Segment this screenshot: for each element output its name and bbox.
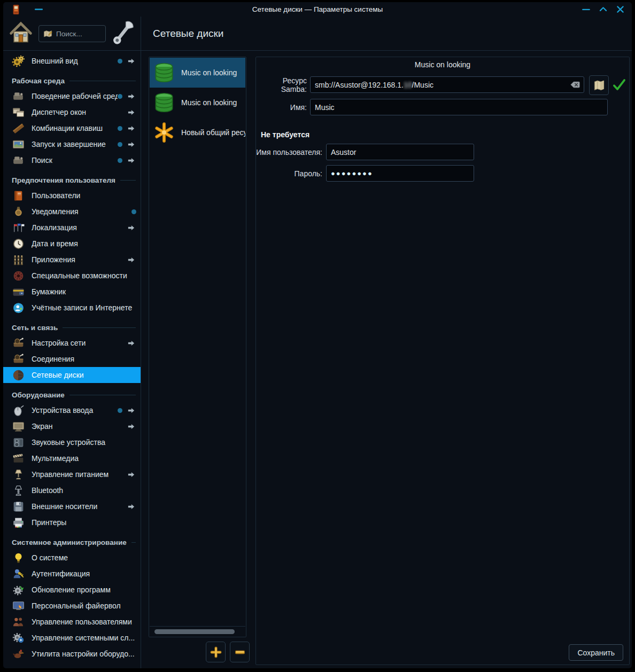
sidebar-item[interactable]: Соединения xyxy=(3,351,141,367)
plank-icon xyxy=(12,122,25,135)
main-area: Сетевые диски Music on lookingMusic on l… xyxy=(141,17,632,668)
toolbar: Поиск... xyxy=(3,17,141,51)
unsaved-dot xyxy=(118,158,122,163)
maximize-button[interactable] xyxy=(598,4,608,14)
password-input[interactable]: ●●●●●●●● xyxy=(326,165,474,182)
share-list-item[interactable]: Новый общий ресурс xyxy=(150,118,245,147)
home-button[interactable] xyxy=(8,20,34,46)
sidebar-item-label: Учётные записи в Интернете xyxy=(32,303,141,312)
sidebar-item[interactable]: Сетевые диски xyxy=(3,367,141,383)
configure-button[interactable] xyxy=(108,18,137,49)
picture-icon xyxy=(12,138,25,151)
name-label: Имя: xyxy=(290,103,307,112)
goto-arrow-icon xyxy=(127,423,136,431)
sidebar-item[interactable]: Мультимедиа xyxy=(3,450,141,466)
floppy-icon xyxy=(12,500,25,513)
sidebar-item[interactable]: Специальные возможности xyxy=(3,268,141,284)
machine-icon xyxy=(12,90,25,103)
goto-arrow-icon xyxy=(127,57,136,65)
titlebar: Сетевые диски — Параметры системы xyxy=(3,2,632,17)
name-input[interactable]: Music xyxy=(310,99,608,115)
remove-share-button[interactable] xyxy=(230,642,250,662)
sidebar-item-label: Устройства ввода xyxy=(32,406,118,415)
browse-button[interactable] xyxy=(589,75,609,95)
sidebar-item-label: Экран xyxy=(32,422,127,431)
sidebar-item[interactable]: О системе xyxy=(3,550,141,566)
share-list-item[interactable]: Music on looking xyxy=(150,58,245,88)
wallet-icon xyxy=(12,285,25,299)
firewall-icon xyxy=(12,599,25,613)
sidebar-item[interactable]: Аутентификация xyxy=(3,566,141,582)
monitor-icon xyxy=(12,420,25,433)
sidebar-item-label: Дата и время xyxy=(32,239,141,248)
minus-icon xyxy=(234,646,246,659)
sidebar-item[interactable]: Учётные записи в Интернете xyxy=(3,300,141,316)
unsaved-dot xyxy=(118,142,122,147)
share-list-item[interactable]: Music on looking xyxy=(150,88,245,118)
sidebar-item-label: Настройка сети xyxy=(32,339,127,347)
sidebar-item[interactable]: Устройства ввода xyxy=(3,402,141,418)
sidebar-item[interactable]: Бумажник xyxy=(3,284,141,300)
sidebar-item[interactable]: Запуск и завершение xyxy=(3,136,141,152)
minimize-button[interactable] xyxy=(581,4,591,14)
share-list-panel: Music on lookingMusic on lookingНовый об… xyxy=(149,57,246,637)
sidebar-item[interactable]: Диспетчер окон xyxy=(3,104,141,120)
add-share-button[interactable] xyxy=(206,642,226,662)
close-button[interactable] xyxy=(615,4,625,14)
sidebar-item[interactable]: Утилита настройки оборудо... xyxy=(3,646,141,662)
sidebar-item[interactable]: Комбинации клавиш xyxy=(3,120,141,136)
sidebar-item[interactable]: Обновление программ xyxy=(3,582,141,598)
sidebar-item-label: Утилита настройки оборудо... xyxy=(32,650,141,658)
netmachine-icon xyxy=(12,353,25,366)
bird-icon xyxy=(12,647,25,661)
goto-arrow-icon xyxy=(127,407,136,415)
goto-arrow-icon xyxy=(127,503,136,511)
sidebar-item[interactable]: Принтеры xyxy=(3,514,141,530)
auth-icon xyxy=(12,567,25,581)
sidebar-item[interactable]: Управление системными сл... xyxy=(3,630,141,646)
sidebar-item[interactable]: Поиск xyxy=(3,152,141,168)
sidebar-item-label: Локализация xyxy=(32,223,127,232)
sidebar-item[interactable]: Персональный файервол xyxy=(3,598,141,614)
sidebar-item[interactable]: Дата и время xyxy=(3,236,141,252)
sidebar-item[interactable]: Управление питанием xyxy=(3,466,141,482)
goto-arrow-icon xyxy=(127,92,136,100)
auth-section-title: Не требуется xyxy=(261,130,309,139)
search-input[interactable]: Поиск... xyxy=(38,25,106,42)
sidebar-item[interactable]: Приложения xyxy=(3,252,141,268)
sidebar-item[interactable]: Экран xyxy=(3,418,141,434)
sidebar-item-label: Обновление программ xyxy=(32,585,141,594)
sidebar-item-label: Комбинации клавиш xyxy=(32,124,118,132)
save-button[interactable]: Сохранить xyxy=(569,644,623,661)
horizontal-scrollbar[interactable] xyxy=(153,629,239,635)
scrollbar-thumb[interactable] xyxy=(154,629,235,634)
sidebar-item[interactable]: Уведомления xyxy=(3,204,141,220)
content: Music on lookingMusic on lookingНовый об… xyxy=(141,51,632,668)
unsaved-dot xyxy=(118,94,122,99)
username-input[interactable]: Asustor xyxy=(326,144,474,160)
globe-disk-icon xyxy=(12,369,25,382)
sidebar-item[interactable]: Bluetooth xyxy=(3,482,141,498)
clear-text-icon[interactable] xyxy=(569,79,581,91)
search-placeholder: Поиск... xyxy=(56,30,82,38)
sidebar-item[interactable]: Управление пользователями xyxy=(3,614,141,630)
sidebar-item[interactable]: Внешний вид xyxy=(3,53,141,69)
medal-icon xyxy=(12,205,25,218)
goto-arrow-icon xyxy=(127,224,136,232)
sidebar-item-label: Bluetooth xyxy=(32,486,141,495)
sidebar-section-title: Сеть и связь xyxy=(3,316,141,335)
sidebar-item[interactable]: Локализация xyxy=(3,220,141,236)
bulb-icon xyxy=(12,551,25,565)
goto-arrow-icon xyxy=(127,339,136,347)
titlebar-pin-button[interactable] xyxy=(34,4,44,14)
sidebar-item-label: Сетевые диски xyxy=(32,371,141,379)
sidebar-item[interactable]: Внешние носители xyxy=(3,498,141,514)
audio-icon xyxy=(12,436,25,449)
sidebar-item[interactable]: Пользователи xyxy=(3,187,141,204)
left-column: Поиск... Внешний видРабочая средаПоведен… xyxy=(3,17,141,668)
sidebar-item[interactable]: Поведение рабочей среды xyxy=(3,88,141,104)
sidebar-item[interactable]: Настройка сети xyxy=(3,335,141,351)
sidebar-item-label: Приложения xyxy=(32,255,127,264)
samba-input[interactable]: smb://Asustor@192.168.1.10/Music xyxy=(310,76,584,93)
sidebar-item[interactable]: Звуковые устройства xyxy=(3,434,141,450)
